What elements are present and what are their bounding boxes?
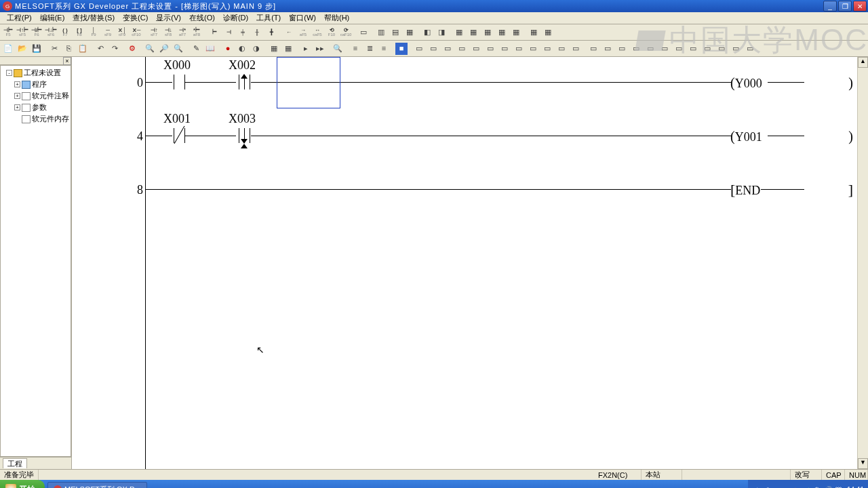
- tray-icon[interactable]: ●: [780, 485, 789, 488]
- tbtn-inv1[interactable]: ⊣*aF7: [176, 26, 189, 39]
- tbtn-g7[interactable]: ▦: [541, 26, 555, 39]
- tbtn-n11[interactable]: ▭: [729, 42, 743, 56]
- tbtn-monw[interactable]: ◐: [235, 42, 249, 56]
- tbtn-n6[interactable]: ▭: [658, 42, 671, 56]
- taskbar-app-button[interactable]: MELSOFT系列 GX D...: [47, 482, 147, 488]
- tbtn-m3[interactable]: ▭: [441, 42, 454, 56]
- tbtn-mode[interactable]: ■: [395, 42, 408, 56]
- cursor-selection[interactable]: [277, 57, 340, 108]
- scroll-down-button[interactable]: ▼: [858, 458, 868, 469]
- tbtn-m11[interactable]: ▭: [555, 42, 568, 56]
- project-tree[interactable]: -工程未设置 +程序 +软元件注释 +参数 软元件内存: [0, 65, 71, 457]
- tray-icon[interactable]: 🛡: [834, 485, 844, 488]
- menu-window[interactable]: 窗口(W): [285, 13, 320, 23]
- tbtn-x3[interactable]: ╪: [236, 26, 250, 39]
- restore-button[interactable]: ❐: [838, 1, 852, 12]
- start-button[interactable]: 开始: [0, 480, 45, 488]
- menu-help[interactable]: 帮助(H): [320, 13, 353, 23]
- scroll-up-button[interactable]: ▲: [858, 57, 868, 68]
- tray-clock[interactable]: 14:41: [847, 486, 864, 489]
- tbtn-dev[interactable]: ▦: [267, 42, 281, 56]
- tbtn-open[interactable]: 📂: [16, 42, 29, 56]
- tbtn-step2[interactable]: ▸▸: [313, 42, 327, 56]
- tbtn-m1[interactable]: ▭: [412, 42, 426, 56]
- tbtn-mon[interactable]: ●: [221, 42, 235, 56]
- tree-tab-project[interactable]: 工程: [3, 458, 27, 468]
- menu-view[interactable]: 显示(V): [152, 13, 185, 23]
- tbtn-n1[interactable]: ▭: [587, 42, 600, 56]
- tbtn-x10[interactable]: ⟳caF10: [339, 26, 353, 39]
- system-tray[interactable]: ◆ ◉ ● ◆ ◀ ⚙ 🔊 🛡 14:41: [748, 480, 868, 488]
- tray-icon[interactable]: ◆: [791, 485, 800, 488]
- tbtn-zoom[interactable]: 🔍: [331, 42, 344, 56]
- tbtn-find2[interactable]: 🔎: [157, 42, 171, 56]
- tbtn-n10[interactable]: ▭: [715, 42, 728, 56]
- tbtn-redo[interactable]: ↷: [108, 42, 121, 56]
- tbtn-copy[interactable]: ⎘: [62, 42, 75, 56]
- tbtn-dev2[interactable]: ▦: [281, 42, 295, 56]
- menu-online[interactable]: 在线(O): [185, 13, 219, 23]
- tbtn-mons[interactable]: ◑: [250, 42, 263, 56]
- menu-find[interactable]: 查找/替换(S): [68, 13, 119, 23]
- tbtn-save[interactable]: 💾: [30, 42, 43, 56]
- tbtn-x6[interactable]: ←: [282, 26, 296, 39]
- tbtn-nc-contact-p[interactable]: ⊣↓⊢sF6: [44, 26, 58, 39]
- tbtn-new[interactable]: 📄: [1, 42, 15, 56]
- tbtn-grid2[interactable]: ▦: [467, 26, 480, 39]
- tbtn-no-contact-p[interactable]: ⊣↑⊢sF5: [16, 26, 29, 39]
- tbtn-grid4[interactable]: ▦: [495, 26, 509, 39]
- tbtn-nc-contact[interactable]: ⊣/⊢F6: [30, 26, 43, 39]
- tbtn-find[interactable]: 🔍: [143, 42, 157, 56]
- tbtn-del-h[interactable]: ⨯─cF10: [130, 26, 143, 39]
- tbtn-g6[interactable]: ▦: [527, 26, 540, 39]
- tbtn-no-contact[interactable]: ⊣⊢F5: [1, 26, 15, 39]
- tbtn-coil[interactable]: ( )F7: [58, 26, 72, 39]
- tbtn-m9[interactable]: ▭: [526, 42, 540, 56]
- tree-item-param[interactable]: +参数: [2, 102, 69, 113]
- tbtn-x4[interactable]: ╫: [250, 26, 264, 39]
- tbtn-bar[interactable]: ▥: [374, 26, 388, 39]
- tbtn-n12[interactable]: ▭: [743, 42, 757, 56]
- tbtn-box[interactable]: ▭: [357, 26, 370, 39]
- tbtn-read[interactable]: 📖: [203, 42, 217, 56]
- tbtn-n3[interactable]: ▭: [615, 42, 629, 56]
- tbtn-m12[interactable]: ▭: [569, 42, 583, 56]
- tbtn-m6[interactable]: ▭: [484, 42, 497, 56]
- tbtn-step[interactable]: ▸: [299, 42, 313, 56]
- tbtn-inv2[interactable]: *⊢aF8: [190, 26, 203, 39]
- tbtn-x1[interactable]: ⊢: [208, 26, 221, 39]
- tbtn-m10[interactable]: ▭: [540, 42, 554, 56]
- tbtn-m4[interactable]: ▭: [455, 42, 469, 56]
- tbtn-n4[interactable]: ▭: [629, 42, 643, 56]
- menu-project[interactable]: 工程(P): [3, 13, 36, 23]
- menu-edit[interactable]: 编辑(E): [36, 13, 69, 23]
- tray-icon[interactable]: ⚙: [812, 485, 822, 488]
- tbtn-n2[interactable]: ▭: [601, 42, 614, 56]
- tree-root[interactable]: -工程未设置: [2, 67, 69, 79]
- tbtn-x5[interactable]: ╋: [264, 26, 278, 39]
- ladder-canvas[interactable]: 0 X000 X002 (Y000 ) 4 X001 X003 (Y001 ) …: [72, 57, 868, 469]
- tbtn-grid1[interactable]: ▦: [452, 26, 466, 39]
- menu-diagnose[interactable]: 诊断(D): [219, 13, 252, 23]
- tbtn-n7[interactable]: ▭: [672, 42, 686, 56]
- tbtn-m5[interactable]: ▭: [469, 42, 483, 56]
- tray-icon[interactable]: 🔊: [823, 485, 833, 488]
- output-coil[interactable]: (Y000: [730, 75, 762, 91]
- tbtn-cut[interactable]: ✂: [47, 42, 61, 56]
- tbtn-x7[interactable]: →aF5: [296, 26, 310, 39]
- menu-tools[interactable]: 工具(T): [252, 13, 285, 23]
- tbtn-list2[interactable]: ≣: [363, 42, 376, 56]
- tbtn-grid5[interactable]: ▦: [509, 26, 523, 39]
- tbtn-n8[interactable]: ▭: [686, 42, 700, 56]
- vertical-scrollbar[interactable]: ▲ ▼: [857, 57, 868, 469]
- tbtn-write[interactable]: ✎: [189, 42, 203, 56]
- tbtn-m2[interactable]: ▭: [427, 42, 440, 56]
- tbtn-n5[interactable]: ▭: [644, 42, 657, 56]
- tree-close-button[interactable]: ×: [63, 57, 71, 65]
- tbtn-x2[interactable]: ⊣: [222, 26, 235, 39]
- tbtn-n9[interactable]: ▭: [701, 42, 714, 56]
- minimize-button[interactable]: _: [823, 1, 837, 12]
- tbtn-convert[interactable]: ⚙: [125, 42, 139, 56]
- tbtn-list3[interactable]: ≡: [377, 42, 391, 56]
- tbtn-undo[interactable]: ↶: [94, 42, 107, 56]
